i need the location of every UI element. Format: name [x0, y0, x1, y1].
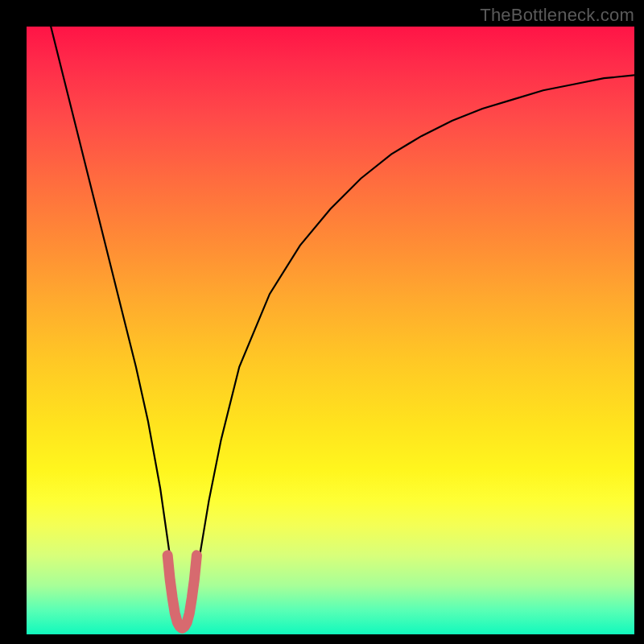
highlight-bottom	[167, 555, 196, 629]
curve-svg	[27, 27, 634, 634]
watermark-text: TheBottleneck.com	[480, 5, 634, 26]
outer-frame: TheBottleneck.com	[0, 0, 644, 644]
plot-area	[27, 27, 634, 634]
bottleneck-curve	[39, 27, 634, 628]
